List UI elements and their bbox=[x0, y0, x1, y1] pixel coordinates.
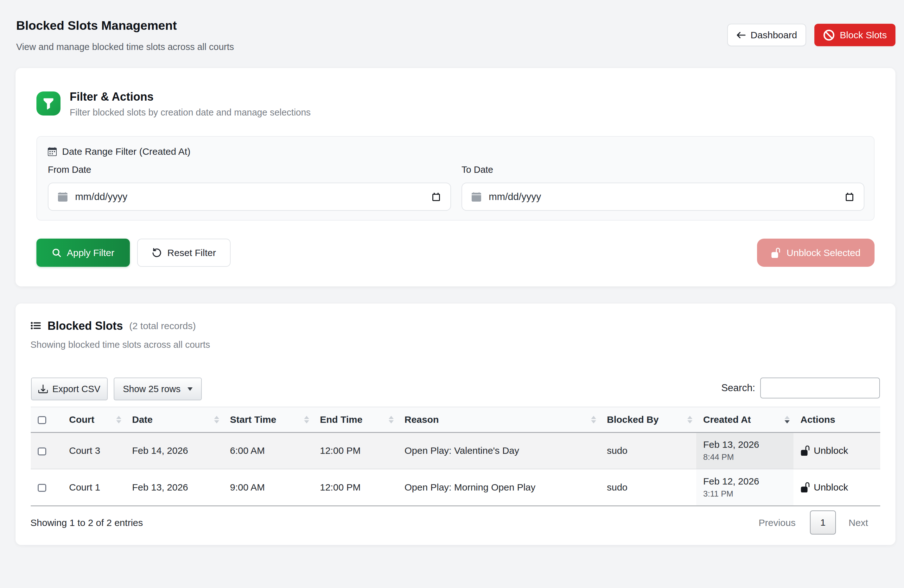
cell-court: Court 3 bbox=[62, 432, 125, 469]
column-header-reason[interactable]: Reason bbox=[398, 407, 600, 432]
table-row: Court 3 Feb 14, 2026 6:00 AM 12:00 PM Op… bbox=[31, 432, 880, 469]
block-slots-button[interactable]: Block Slots bbox=[814, 24, 895, 46]
unlock-icon bbox=[800, 482, 811, 492]
date-range-panel: Date Range Filter (Created At) From Date… bbox=[36, 136, 874, 221]
column-header-date[interactable]: Date bbox=[125, 407, 223, 432]
cell-court: Court 1 bbox=[62, 469, 125, 506]
reset-filter-button[interactable]: Reset Filter bbox=[137, 239, 231, 267]
pagination-next[interactable]: Next bbox=[849, 517, 868, 528]
unlock-icon bbox=[800, 446, 811, 456]
unblock-selected-button[interactable]: Unblock Selected bbox=[757, 239, 874, 267]
calendar-icon bbox=[472, 192, 481, 202]
table-row: Court 1 Feb 13, 2026 9:00 AM 12:00 PM Op… bbox=[31, 469, 880, 506]
cell-blocked-by: sudo bbox=[600, 432, 696, 469]
cell-date: Feb 13, 2026 bbox=[125, 469, 223, 506]
column-header-start-time[interactable]: Start Time bbox=[223, 407, 313, 432]
export-csv-label: Export CSV bbox=[52, 384, 100, 394]
created-date: Feb 12, 2026 bbox=[703, 476, 786, 487]
cell-created-at: Feb 12, 2026 3:11 PM bbox=[696, 469, 793, 506]
page-size-dropdown[interactable]: Show 25 rows bbox=[114, 378, 202, 400]
unblock-label: Unblock bbox=[814, 482, 848, 493]
dashboard-button-label: Dashboard bbox=[751, 30, 797, 41]
download-icon bbox=[38, 384, 48, 394]
sort-icon bbox=[304, 416, 309, 423]
page-subtitle: View and manage blocked time slots acros… bbox=[16, 42, 234, 52]
date-picker-icon[interactable] bbox=[845, 192, 854, 202]
slash-circle-icon bbox=[823, 29, 835, 41]
blocked-slots-card: Blocked Slots (2 total records) Showing … bbox=[16, 304, 895, 545]
column-header-end-time[interactable]: End Time bbox=[313, 407, 398, 432]
block-slots-button-label: Block Slots bbox=[840, 30, 887, 41]
sort-icon-desc-active bbox=[785, 416, 790, 423]
unlock-icon bbox=[771, 248, 781, 258]
cell-reason: Open Play: Valentine's Day bbox=[398, 432, 600, 469]
sort-icon bbox=[687, 416, 692, 423]
created-time: 8:44 PM bbox=[703, 452, 786, 462]
cell-end-time: 12:00 PM bbox=[313, 432, 398, 469]
search-label: Search: bbox=[721, 382, 755, 394]
sort-icon bbox=[389, 416, 394, 423]
page-title: Blocked Slots Management bbox=[16, 19, 177, 33]
cell-date: Feb 14, 2026 bbox=[125, 432, 223, 469]
export-csv-button[interactable]: Export CSV bbox=[31, 378, 108, 400]
list-icon bbox=[30, 321, 41, 331]
filter-card-subtitle: Filter blocked slots by creation date an… bbox=[70, 107, 311, 118]
table-header-row: Court Date Start Time End Time Reason Bl… bbox=[31, 407, 880, 432]
blocked-slots-title: Blocked Slots bbox=[47, 319, 123, 333]
dashboard-button[interactable]: Dashboard bbox=[727, 24, 806, 46]
apply-filter-button[interactable]: Apply Filter bbox=[36, 239, 130, 267]
cell-actions: Unblock bbox=[793, 469, 880, 506]
date-range-panel-title: Date Range Filter (Created At) bbox=[62, 146, 190, 157]
date-picker-icon[interactable] bbox=[431, 192, 441, 202]
cell-end-time: 12:00 PM bbox=[313, 469, 398, 506]
pagination-page-1[interactable]: 1 bbox=[810, 511, 836, 534]
column-header-court[interactable]: Court bbox=[62, 407, 125, 432]
page-size-label: Show 25 rows bbox=[123, 384, 180, 394]
filter-card-title: Filter & Actions bbox=[70, 90, 153, 104]
records-count-note: (2 total records) bbox=[129, 321, 196, 331]
caret-down-icon bbox=[188, 387, 193, 391]
from-date-placeholder: mm/dd/yyyy bbox=[75, 191, 424, 203]
row-checkbox[interactable] bbox=[38, 448, 46, 456]
row-checkbox[interactable] bbox=[38, 484, 46, 492]
column-header-blocked-by[interactable]: Blocked By bbox=[600, 407, 696, 432]
to-date-input[interactable]: mm/dd/yyyy bbox=[461, 183, 864, 211]
cell-actions: Unblock bbox=[793, 432, 880, 469]
from-date-input[interactable]: mm/dd/yyyy bbox=[48, 183, 451, 211]
sort-icon bbox=[214, 416, 219, 423]
blocked-slots-subtitle: Showing blocked time slots across all co… bbox=[30, 340, 210, 350]
select-all-header bbox=[31, 407, 62, 432]
select-all-checkbox[interactable] bbox=[38, 416, 46, 424]
created-time: 3:11 PM bbox=[703, 489, 786, 499]
funnel-icon bbox=[36, 91, 60, 115]
to-date-label: To Date bbox=[461, 165, 493, 175]
apply-filter-label: Apply Filter bbox=[67, 247, 114, 258]
column-header-created-at[interactable]: Created At bbox=[696, 407, 793, 432]
cell-blocked-by: sudo bbox=[600, 469, 696, 506]
column-header-actions: Actions bbox=[793, 407, 880, 432]
cell-start-time: 9:00 AM bbox=[223, 469, 313, 506]
calendar-icon bbox=[48, 147, 57, 156]
arrow-left-icon bbox=[736, 30, 746, 40]
unblock-button[interactable]: Unblock bbox=[800, 445, 872, 456]
created-date: Feb 13, 2026 bbox=[703, 439, 786, 450]
filter-actions-card: Filter & Actions Filter blocked slots by… bbox=[16, 68, 895, 286]
from-date-label: From Date bbox=[48, 165, 91, 175]
to-date-placeholder: mm/dd/yyyy bbox=[489, 191, 837, 203]
cell-created-at: Feb 13, 2026 8:44 PM bbox=[696, 432, 793, 469]
sort-icon bbox=[116, 416, 121, 423]
sort-icon bbox=[591, 416, 596, 423]
reset-filter-label: Reset Filter bbox=[167, 247, 216, 258]
cell-start-time: 6:00 AM bbox=[223, 432, 313, 469]
reset-icon bbox=[152, 248, 162, 258]
search-input[interactable] bbox=[760, 378, 880, 399]
search-icon bbox=[52, 248, 62, 258]
entries-summary: Showing 1 to 2 of 2 entries bbox=[30, 517, 143, 528]
pagination-previous[interactable]: Previous bbox=[759, 517, 796, 528]
calendar-icon bbox=[58, 192, 68, 202]
unblock-button[interactable]: Unblock bbox=[800, 482, 872, 493]
blocked-slots-table: Court Date Start Time End Time Reason Bl… bbox=[31, 407, 880, 506]
cell-reason: Open Play: Morning Open Play bbox=[398, 469, 600, 506]
unblock-selected-label: Unblock Selected bbox=[787, 247, 860, 258]
unblock-label: Unblock bbox=[814, 445, 848, 456]
